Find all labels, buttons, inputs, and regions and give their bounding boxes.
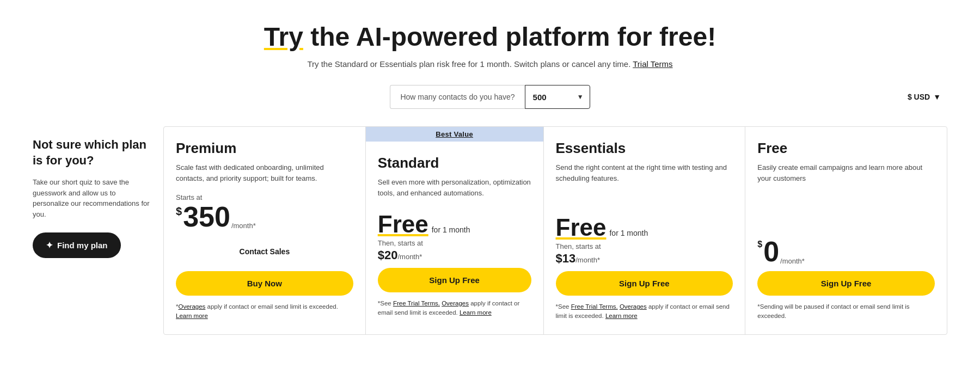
plan-pricing-standard: Free for 1 month Then, starts at $20/mon…: [378, 211, 531, 262]
sign-up-free-button-free[interactable]: Sign Up Free: [757, 271, 935, 296]
contacts-select-wrapper[interactable]: 500 1,000 2,500 5,000 10,000 25,000 50,0…: [525, 85, 590, 109]
plan-description-standard: Sell even more with personalization, opt…: [378, 177, 531, 201]
starts-at-label: Starts at: [176, 193, 353, 201]
free-price-standard: Free for 1 month: [378, 211, 531, 238]
plan-name-premium: Premium: [176, 140, 353, 157]
plan-name-essentials: Essentials: [556, 140, 733, 157]
contact-sales-link[interactable]: Contact Sales: [176, 247, 353, 256]
quiz-description: Take our short quiz to save the guesswor…: [33, 177, 152, 219]
trial-terms-link[interactable]: Trial Terms: [633, 59, 672, 69]
sparkle-icon: ✦: [46, 240, 53, 250]
controls-row: How many contacts do you have? 500 1,000…: [33, 85, 947, 109]
find-my-plan-button[interactable]: ✦ Find my plan: [33, 232, 121, 258]
plan-col-free: Free Easily create email campaigns and l…: [745, 127, 947, 334]
plan-col-premium: Premium Scale fast with dedicated onboar…: [164, 127, 366, 334]
contacts-label: How many contacts do you have?: [390, 85, 524, 109]
quiz-heading: Not sure which plan is for you?: [33, 137, 152, 168]
plan-footnote-standard: *See Free Trial Terms. Overages apply if…: [378, 299, 531, 318]
plan-description-free: Easily create email campaigns and learn …: [757, 162, 935, 228]
overages-link-essentials[interactable]: Overages: [620, 303, 647, 310]
learn-more-link[interactable]: Learn more: [176, 313, 208, 319]
plan-pricing-premium: Starts at $ 350 /month*: [176, 193, 353, 231]
plan-pricing-essentials: Free for 1 month Then, starts at $13/mon…: [556, 214, 733, 266]
then-price-label-essentials: Then, starts at: [556, 242, 733, 250]
plan-description-premium: Scale fast with dedicated onboarding, un…: [176, 162, 353, 183]
sign-up-free-button-standard[interactable]: Sign Up Free: [378, 268, 531, 292]
free-price-essentials: Free for 1 month: [556, 214, 733, 241]
learn-more-link-essentials[interactable]: Learn more: [605, 313, 638, 319]
learn-more-link-standard[interactable]: Learn more: [460, 309, 492, 316]
then-price-label-standard: Then, starts at: [378, 239, 531, 247]
quiz-sidebar: Not sure which plan is for you? Take our…: [33, 126, 163, 335]
overages-link[interactable]: Overages: [178, 303, 205, 310]
plan-footnote-premium: *Overages apply if contact or email send…: [176, 302, 353, 321]
currency-selector[interactable]: $ USD ▼: [901, 88, 947, 106]
plan-description-essentials: Send the right content at the right time…: [556, 162, 733, 204]
best-value-banner[interactable]: Best Value: [366, 127, 543, 142]
price-main-premium: $ 350 /month*: [176, 203, 353, 231]
zero-price-free: $ 0 /month*: [757, 237, 935, 266]
plan-pricing-free: $ 0 /month*: [757, 237, 935, 266]
plan-name-free: Free: [757, 140, 935, 157]
plan-footnote-essentials: *See Free Trial Terms. Overages apply if…: [556, 302, 733, 321]
sign-up-free-button-essentials[interactable]: Sign Up Free: [556, 271, 733, 296]
buy-now-button[interactable]: Buy Now: [176, 271, 353, 296]
plan-footnote-free: *Sending will be paused if contact or em…: [757, 302, 935, 321]
page-title: Try the AI-powered platform for free!: [33, 22, 947, 52]
page-subtitle: Try the Standard or Essentials plan risk…: [33, 59, 947, 69]
plan-col-standard: Standard Sell even more with personaliza…: [366, 142, 543, 331]
page-header: Try the AI-powered platform for free! Tr…: [33, 22, 947, 69]
contacts-select[interactable]: 500 1,000 2,500 5,000 10,000 25,000 50,0…: [525, 85, 590, 109]
free-trial-terms-link-standard[interactable]: Free Trial Terms.: [393, 300, 440, 307]
free-trial-terms-link-essentials[interactable]: Free Trial Terms.: [571, 303, 618, 310]
plan-col-standard-outer: Best Value Standard Sell even more with …: [366, 127, 544, 334]
overages-link-standard[interactable]: Overages: [442, 300, 469, 307]
plan-name-standard: Standard: [378, 155, 531, 171]
plan-col-essentials: Essentials Send the right content at the…: [544, 127, 746, 334]
plans-grid: Premium Scale fast with dedicated onboar…: [163, 126, 947, 335]
chevron-down-icon: ▼: [933, 93, 941, 101]
main-content: Not sure which plan is for you? Take our…: [33, 126, 947, 335]
